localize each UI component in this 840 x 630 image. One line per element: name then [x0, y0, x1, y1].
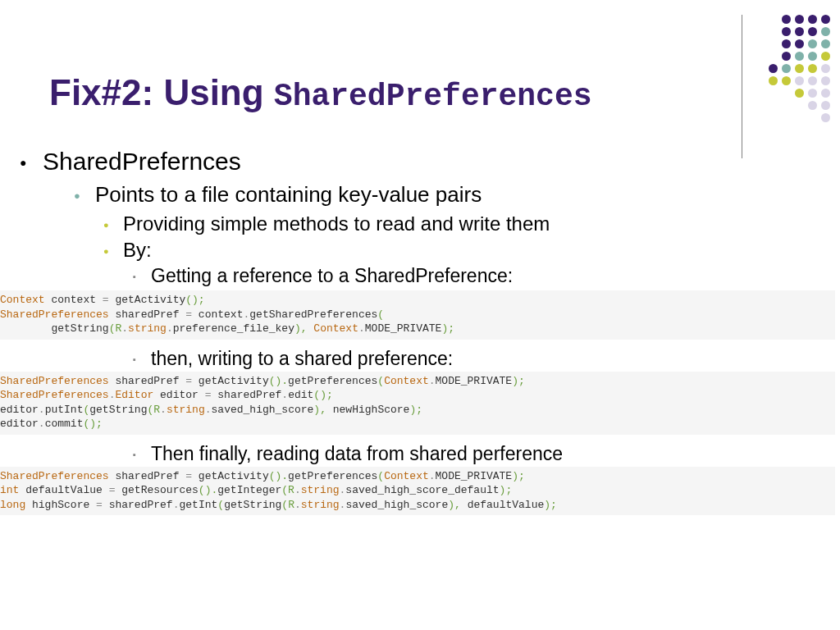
- code-block-3: SharedPreferences sharedPref = getActivi…: [0, 467, 835, 516]
- bullet-l4b: then, writing to a shared preference:: [133, 348, 840, 370]
- bullet-l2: Points to a file containing key-value pa…: [74, 182, 840, 287]
- slide-title: Fix#2: Using SharedPreferences: [49, 72, 592, 114]
- code-block-1: Context context = getActivity(); SharedP…: [0, 290, 835, 340]
- bullet-l1-text: SharedPrefernces: [43, 148, 241, 175]
- bullet-l4a-text: Getting a reference to a SharedPreferenc…: [151, 265, 513, 286]
- bullet-l3a-text: Providing simple methods to read and wri…: [123, 212, 550, 235]
- bullet-l4c-text: Then finally, reading data from shared p…: [151, 443, 563, 464]
- bullet-l3b-text: By:: [123, 239, 152, 261]
- bullet-l2-text: Points to a file containing key-value pa…: [95, 182, 482, 207]
- slide-body: SharedPrefernces Points to a file contai…: [0, 148, 840, 520]
- title-prefix: Fix#2: Using: [49, 72, 274, 112]
- bullet-l4a: Getting a reference to a SharedPreferenc…: [133, 265, 840, 287]
- code-block-2: SharedPreferences sharedPref = getActivi…: [0, 372, 835, 435]
- bullet-l3a: Providing simple methods to read and wri…: [103, 212, 840, 235]
- bullet-l1: SharedPrefernces Points to a file contai…: [20, 148, 840, 287]
- corner-dot-grid: [765, 15, 830, 126]
- bullet-l4c: Then finally, reading data from shared p…: [133, 443, 840, 465]
- bullet-l4b-text: then, writing to a shared preference:: [151, 348, 453, 369]
- bullet-l3b: By: Getting a reference to a SharedPrefe…: [103, 239, 840, 287]
- title-mono: SharedPreferences: [274, 79, 592, 114]
